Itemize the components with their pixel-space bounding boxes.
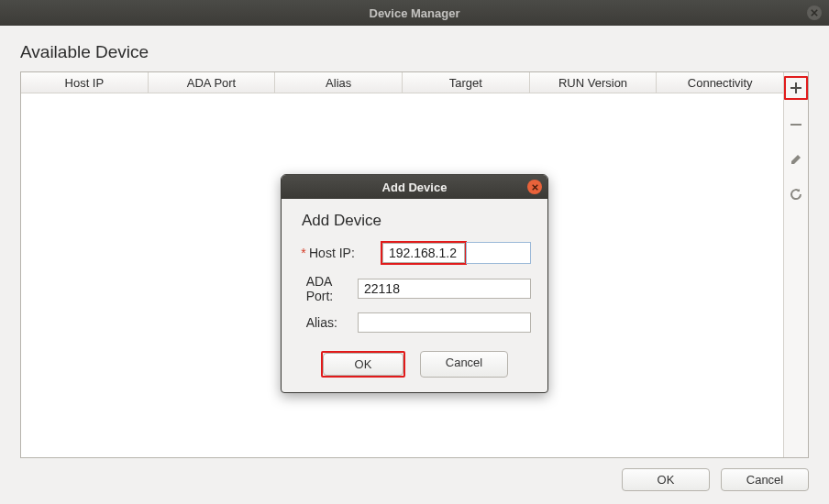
hostip-row: * Host IP: bbox=[298, 241, 531, 265]
adaport-row: ADA Port: bbox=[298, 274, 531, 303]
minus-icon[interactable] bbox=[786, 115, 806, 135]
modal-ok-button[interactable]: OK bbox=[323, 353, 403, 376]
side-toolbar bbox=[783, 72, 808, 457]
alias-label: Alias: bbox=[306, 315, 358, 330]
ok-highlight: OK bbox=[321, 351, 405, 378]
required-marker: * bbox=[298, 246, 309, 260]
cancel-button[interactable]: Cancel bbox=[721, 468, 809, 491]
close-icon[interactable] bbox=[807, 5, 822, 20]
table-header-row: Host IP ADA Port Alias Target RUN Versio… bbox=[21, 72, 783, 93]
adaport-input[interactable] bbox=[358, 279, 531, 299]
column-header-ada-port[interactable]: ADA Port bbox=[149, 72, 276, 93]
add-device-dialog: Add Device Add Device * Host IP: ADA Por… bbox=[281, 174, 548, 393]
alias-row: Alias: bbox=[298, 312, 531, 333]
adaport-label: ADA Port: bbox=[306, 274, 358, 303]
window-title: Device Manager bbox=[370, 6, 460, 20]
column-header-run-version[interactable]: RUN Version bbox=[530, 72, 658, 93]
hostip-input[interactable] bbox=[382, 243, 465, 263]
edit-icon[interactable] bbox=[786, 149, 806, 170]
modal-button-bar: OK Cancel bbox=[298, 351, 531, 378]
add-highlight bbox=[784, 76, 808, 100]
window-titlebar: Device Manager bbox=[0, 0, 829, 26]
close-icon[interactable] bbox=[527, 180, 542, 194]
modal-cancel-button[interactable]: Cancel bbox=[420, 351, 508, 378]
hostip-highlight bbox=[381, 241, 467, 265]
column-header-host-ip[interactable]: Host IP bbox=[21, 72, 149, 93]
modal-heading: Add Device bbox=[302, 212, 531, 230]
hostip-focus-extension[interactable] bbox=[466, 242, 531, 264]
dialog-button-bar: OK Cancel bbox=[622, 468, 809, 491]
column-header-alias[interactable]: Alias bbox=[275, 72, 403, 93]
modal-title: Add Device bbox=[382, 181, 448, 194]
column-header-connectivity[interactable]: Connectivity bbox=[657, 72, 783, 93]
section-title: Available Device bbox=[20, 42, 829, 62]
modal-titlebar: Add Device bbox=[282, 175, 547, 199]
column-header-target[interactable]: Target bbox=[403, 72, 530, 93]
ok-button[interactable]: OK bbox=[622, 468, 710, 491]
plus-icon[interactable] bbox=[786, 78, 806, 98]
hostip-label: Host IP: bbox=[309, 246, 381, 260]
refresh-icon[interactable] bbox=[786, 184, 806, 204]
alias-input[interactable] bbox=[358, 312, 531, 333]
